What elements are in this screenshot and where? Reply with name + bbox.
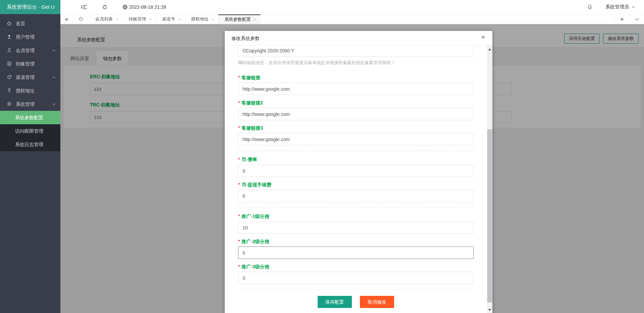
promo-level1-commission-input[interactable] <box>238 221 474 234</box>
tab-label: 系统参数配置 <box>224 16 251 23</box>
required-mark: * <box>238 182 240 187</box>
sidebar-item-label: 首页 <box>16 17 25 30</box>
user-menu[interactable]: 系统管理员 <box>605 4 635 10</box>
form-group: *币-提现手续费 <box>238 182 474 202</box>
close-icon[interactable]: × <box>254 17 256 22</box>
promo-level2-commission-input[interactable] <box>238 247 474 259</box>
collapse-sidebar-icon[interactable] <box>81 4 87 10</box>
sidebar-item-label: 转账管理 <box>16 57 35 71</box>
required-mark: * <box>238 100 240 105</box>
globe-icon <box>122 4 128 10</box>
scroll-down-arrow-icon[interactable] <box>488 309 491 311</box>
chevron-up-icon <box>632 6 635 9</box>
divider <box>238 208 474 208</box>
bell-icon[interactable] <box>587 4 593 10</box>
modal-title: 修改系统参数 <box>231 36 260 42</box>
scroll-tabs-left-button[interactable]: « <box>60 14 73 24</box>
sidebar-item-auth-address[interactable]: 授权地址 <box>0 84 60 97</box>
form-group-copyright: 网站版权信息，在后台登录页面显示版本信息并链接到备案到信息备案管理系统！ <box>238 45 474 66</box>
tab-home[interactable] <box>73 14 89 24</box>
service-link-3-input[interactable] <box>238 133 474 145</box>
sidebar-item-label: 渠道管理 <box>16 71 35 84</box>
sidebar-item-users[interactable]: 用户管理 <box>0 30 60 44</box>
sidebar-item-channels[interactable]: 渠道管理 <box>0 71 60 84</box>
sidebar-item-label: 授权地址 <box>16 84 35 97</box>
form-group: *推广-3级分佣 <box>238 264 474 284</box>
tab-system-params[interactable]: 系统参数配置 × <box>218 14 261 24</box>
chevron-down-icon <box>635 16 639 20</box>
save-config-button[interactable]: 保存配置 <box>318 296 352 308</box>
sidebar-item-label: 用户管理 <box>16 30 35 44</box>
promo-level3-commission-input[interactable] <box>238 272 474 284</box>
divider <box>238 289 474 290</box>
sidebar-item-label: 系统管理 <box>16 97 35 111</box>
brand-title: 系统管理后台 · Get U <box>0 0 60 14</box>
chevron-up-icon <box>52 77 56 80</box>
tab-label: 渠道号 <box>162 16 175 22</box>
coin-withdraw-fee-input[interactable] <box>238 190 474 202</box>
required-mark: * <box>238 239 240 244</box>
copyright-input[interactable] <box>238 45 474 57</box>
gear-icon <box>7 101 12 107</box>
sidebar: 系统管理后台 · Get U 首页 用户管理 会员管理 转账管理 渠道管理 授权… <box>0 0 60 313</box>
field-label: 推广-1级分佣 <box>241 214 269 219</box>
scrollbar-thumb[interactable] <box>487 129 492 302</box>
refresh-icon[interactable] <box>102 4 108 10</box>
tab-options-button[interactable] <box>629 14 644 24</box>
tab-channel-no[interactable]: 渠道号 × <box>156 14 185 24</box>
sidebar-item-members[interactable]: 会员管理 <box>0 44 60 57</box>
required-mark: * <box>238 125 240 130</box>
modal-body: 网站版权信息，在后台登录页面显示版本信息并链接到备案到信息备案管理系统！ *客服… <box>225 45 487 313</box>
tab-label: 转账管理 <box>129 16 146 22</box>
required-mark: * <box>238 157 240 162</box>
tab-transfer-mgmt[interactable]: 转账管理 × <box>123 14 156 24</box>
tab-member-list[interactable]: 会员列表 × <box>89 14 123 24</box>
field-label: 推广-3级分佣 <box>241 264 269 269</box>
form-group: *币-费率 <box>238 156 474 177</box>
tab-label: 会员列表 <box>95 16 113 22</box>
field-label: 客服链接3 <box>241 125 263 131</box>
close-icon[interactable]: × <box>481 34 485 40</box>
tab-auth-address[interactable]: 授权地址 × <box>185 14 219 24</box>
copyright-hint: 网站版权信息，在后台登录页面显示版本信息并链接到备案到信息备案管理系统！ <box>238 60 474 66</box>
coin-fee-rate-input[interactable] <box>238 165 474 177</box>
yen-circle-icon <box>7 61 12 66</box>
form-group: *客服链接 <box>238 75 474 95</box>
field-label: 客服链接 <box>241 75 260 80</box>
sidebar-subitem-system-params[interactable]: 系统参数配置 <box>0 111 60 124</box>
scroll-up-arrow-icon[interactable] <box>488 48 491 50</box>
tag-icon <box>7 75 12 80</box>
required-mark: * <box>238 264 240 269</box>
sidebar-item-system[interactable]: 系统管理 <box>0 97 60 111</box>
user-filled-icon <box>7 34 12 40</box>
form-group: *客服链接3 <box>238 125 474 145</box>
sidebar-subitem-system-logs[interactable]: 系统日志管理 <box>0 138 60 151</box>
key-icon <box>7 88 12 93</box>
scroll-tabs-right-button[interactable]: » <box>614 14 629 24</box>
close-icon[interactable]: × <box>178 17 181 22</box>
close-icon[interactable]: × <box>149 17 152 22</box>
field-label: 币-费率 <box>241 157 257 162</box>
sidebar-item-transfers[interactable]: 转账管理 <box>0 57 60 71</box>
modal-footer: 保存配置 取消修改 <box>238 296 474 308</box>
close-icon[interactable]: × <box>116 17 118 22</box>
close-icon[interactable]: × <box>212 17 214 22</box>
form-group: *推广-1级分佣 <box>238 213 474 234</box>
service-link-2-input[interactable] <box>238 108 474 120</box>
current-time: 2022-08-18 21:28 <box>129 4 166 10</box>
modal-scrollbar[interactable] <box>487 45 492 313</box>
field-label: 币-提现手续费 <box>241 182 271 187</box>
sidebar-subitem-access-rights[interactable]: 访问权限管理 <box>0 124 60 138</box>
tab-label: 授权地址 <box>191 16 209 22</box>
home-icon <box>78 16 84 23</box>
sidebar-item-home[interactable]: 首页 <box>0 17 60 30</box>
service-link-1-input[interactable] <box>238 83 474 95</box>
tabbar: « 会员列表 × 转账管理 × 渠道号 × 授权地址 × 系统参数配置 × » <box>60 14 644 24</box>
field-label: 推广-2级分佣 <box>241 239 269 244</box>
divider <box>238 151 474 151</box>
form-group: *推广-2级分佣 <box>238 238 474 259</box>
cancel-changes-button[interactable]: 取消修改 <box>360 296 394 308</box>
required-mark: * <box>238 214 240 219</box>
chevron-up-icon <box>52 50 56 53</box>
user-name: 系统管理员 <box>605 4 629 10</box>
